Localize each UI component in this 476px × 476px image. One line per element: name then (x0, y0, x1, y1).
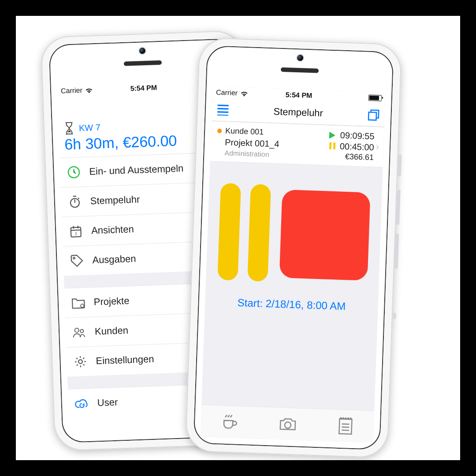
stopwatch-icon (67, 195, 82, 208)
menu-label: Projekte (93, 295, 130, 308)
svg-point-8 (78, 360, 82, 364)
page-title: Stempeluhr (273, 106, 323, 119)
menu-label: Stempeluhr (90, 194, 140, 207)
battery-icon (368, 95, 382, 101)
users-icon (72, 325, 87, 339)
svg-rect-10 (368, 112, 376, 120)
side-button-icon (398, 154, 402, 176)
calendar-icon: 1 (68, 224, 84, 238)
svg-text:1: 1 (74, 231, 77, 236)
menu-label: Kunden (95, 325, 129, 338)
hamburger-button[interactable] (216, 99, 230, 121)
side-button-icon (394, 234, 399, 269)
screen-right: Carrier 5:54 PM Stempeluhr (201, 86, 386, 443)
front-camera-icon (297, 55, 303, 61)
cloud-sync-icon (74, 397, 89, 410)
break-time: 00:45:00 (340, 141, 375, 152)
amount-label: €366.61 (345, 152, 374, 162)
week-label: KW 7 (79, 122, 101, 133)
menu-label: Ein- und Ausstempeln (89, 163, 184, 177)
svg-point-13 (285, 422, 291, 428)
side-button-icon (392, 313, 396, 319)
pause-icon (329, 142, 336, 149)
pricetag-icon (69, 254, 85, 268)
run-time: 09:09:55 (340, 130, 375, 142)
start-time-label: Start: 2/18/16, 8:00 AM (205, 295, 378, 314)
menu-label: Ansichten (91, 223, 134, 236)
svg-rect-12 (333, 142, 335, 149)
notes-button[interactable] (337, 416, 354, 435)
task-label: Administration (224, 149, 308, 160)
clock-icon (66, 165, 82, 179)
stage: Carrier 5:54 PM KW 7 (16, 16, 460, 460)
status-dot-icon (217, 129, 222, 133)
pause-button[interactable] (217, 183, 271, 282)
menu-label: Einstellungen (96, 353, 154, 367)
speaker-icon (281, 67, 319, 73)
svg-rect-11 (329, 142, 331, 149)
carrier-label: Carrier (216, 89, 238, 97)
menu-label: User (97, 397, 118, 409)
phone-right: Carrier 5:54 PM Stempeluhr (185, 37, 402, 458)
wifi-icon (240, 90, 248, 97)
chevron-right-icon: › (374, 141, 381, 153)
svg-point-4 (73, 257, 75, 259)
copy-button[interactable] (367, 104, 381, 126)
front-camera-icon (139, 48, 145, 54)
gear-icon (73, 355, 88, 368)
menu-label: Ausgaben (92, 253, 136, 266)
project-label: Projekt 001_4 (225, 137, 308, 150)
bottom-toolbar (201, 405, 374, 443)
camera-button[interactable] (278, 415, 297, 433)
carrier-label: Carrier (61, 86, 82, 95)
svg-point-5 (81, 304, 84, 308)
active-entry-card[interactable]: Kunde 001 Projekt 001_4 Administration 0… (210, 121, 384, 167)
play-icon (329, 131, 336, 139)
svg-point-7 (80, 329, 84, 333)
svg-point-6 (75, 328, 79, 332)
break-coffee-button[interactable] (221, 413, 239, 431)
wifi-icon (85, 87, 93, 93)
folder-gear-icon (71, 296, 86, 309)
control-row (206, 161, 383, 286)
stop-button[interactable] (279, 190, 371, 281)
speaker-icon (124, 60, 162, 66)
hourglass-icon (63, 122, 74, 135)
client-label: Kunde 001 (225, 126, 309, 138)
side-button-icon (396, 190, 401, 225)
